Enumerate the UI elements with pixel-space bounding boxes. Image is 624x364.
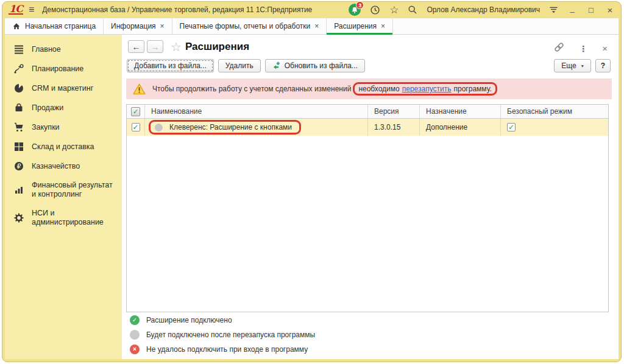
close-tab-icon[interactable]: × [314,23,319,30]
form-navigation: ← → ☆ Расширения [128,40,249,53]
status-failed-icon: × [130,345,140,354]
command-bar: Добавить из файла... Удалить Обновить из… [127,59,611,72]
warning-text: необходимо [358,85,399,93]
minimize-button[interactable]: _ [567,4,577,13]
get-link-icon[interactable] [554,42,564,55]
close-tab-icon[interactable]: × [381,23,385,30]
help-button[interactable]: ? [595,59,611,72]
title-bar: 1С ≡ Демонстрационная база / Управление … [2,2,621,18]
sidebar-item-sales[interactable]: Продажи [5,98,122,117]
sidebar-item-label: Склад и доставка [32,142,94,152]
tab-label: Информация [111,22,155,30]
sidebar-item-main[interactable]: Главное [5,40,122,59]
cart-icon [14,122,24,132]
search-icon[interactable] [408,5,417,15]
extensions-table: ✓ Наименование Версия Назначение Безопас… [126,104,609,312]
forward-arrow-icon: → [151,43,160,51]
more-button-label: Еще [561,61,576,70]
check-icon: ✓ [133,108,138,115]
extension-version: 1.3.0.15 [368,119,420,136]
window-title: Демонстрационная база / Управление торго… [42,5,312,14]
column-header-version[interactable]: Версия [368,105,420,118]
update-icon [272,61,281,70]
status-pending-icon [130,330,140,340]
sidebar-item-planning[interactable]: Планирование [5,59,122,79]
main-menu-icon[interactable]: ≡ [29,5,34,15]
pie-chart-icon [14,83,24,93]
column-header-name[interactable]: Наименование [145,105,368,118]
legend-item-failed: × Не удалось подключить при входе в прог… [130,345,315,354]
sidebar-item-label: Главное [32,45,61,54]
row-checkbox[interactable]: ✓ [132,123,140,131]
status-legend: ✓ Расширение подключено Будет подключено… [130,315,315,354]
service-menu-icon[interactable] [549,5,558,14]
sidebar-item-label: Казначейство [32,162,80,171]
tab-print-forms[interactable]: Печатные формы, отчеты и обработки × [172,18,327,34]
check-icon: ✓ [132,317,137,323]
tab-home[interactable]: Начальная страница [5,18,104,34]
check-icon: ✓ [508,124,514,131]
menu-lines-icon [14,44,24,54]
tab-extensions[interactable]: Расширения × [327,18,393,34]
close-window-button[interactable]: × [605,5,615,15]
add-to-favorites-star-icon[interactable]: ☆ [171,41,182,53]
close-tab-icon[interactable]: × [160,23,165,30]
tab-information[interactable]: Информация × [104,18,172,34]
app-window: 1С ≡ Демонстрационная база / Управление … [2,1,622,362]
column-header-purpose[interactable]: Назначение [420,105,501,118]
bag-icon [14,103,24,113]
annotation-box-row: Клеверенс: Расширение с кнопками [149,120,301,135]
sidebar-item-label: НСИ и администрирование [32,209,118,227]
check-icon: ✓ [132,124,138,131]
sidebar-item-treasury[interactable]: Казначейство [5,156,122,176]
restart-link[interactable]: перезапустить [402,85,452,93]
favorites-star-icon[interactable]: ☆ [389,4,399,16]
notification-badge: 3 [356,1,364,9]
tab-bar: Начальная страница Информация × Печатные… [5,18,619,35]
home-icon [12,23,21,30]
legend-label: Не удалось подключить при входе в програ… [146,345,308,354]
legend-item-connected: ✓ Расширение подключено [130,315,315,325]
safe-mode-checkbox[interactable]: ✓ [507,123,516,131]
sidebar-item-label: Продажи [32,103,63,113]
sidebar-item-crm[interactable]: CRM и маркетинг [5,79,122,98]
1c-logo-icon: 1С [9,5,23,15]
sidebar-item-label: Закупки [32,123,60,132]
ruble-circle-icon [14,161,24,171]
extension-name: Клеверенс: Расширение с кнопками [169,123,292,131]
table-row[interactable]: ✓ Клеверенс: Расширение с кнопками 1.3.0… [127,119,608,136]
sidebar-item-financial-result[interactable]: Финансовый результат и контроллинг [5,176,122,204]
back-arrow-icon: ← [132,43,141,51]
sidebar-item-label: Финансовый результат и контроллинг [32,181,118,199]
tab-label: Печатные формы, отчеты и обработки [180,22,311,30]
sidebar-item-warehouse[interactable]: Склад и доставка [5,137,122,156]
update-from-file-button[interactable]: Обновить из файла... [265,59,365,72]
notifications-bell-icon[interactable]: 3 [349,4,361,16]
sidebar-item-purchases[interactable]: Закупки [5,117,122,137]
tab-label: Расширения [334,22,377,30]
history-icon[interactable] [370,5,380,15]
more-button[interactable]: Еще ▾ [554,59,590,72]
planning-route-icon [14,64,24,74]
sidebar-item-administration[interactable]: НСИ и администрирование [5,204,122,232]
legend-label: Расширение подключено [146,316,232,324]
forward-button[interactable]: → [147,40,163,53]
annotation-box-warning: необходимо перезапустить программу. [353,82,497,96]
legend-label: Будет подключено после перезапуска прогр… [146,331,315,339]
select-all-checkbox[interactable]: ✓ [127,105,145,118]
gear-icon [14,213,24,223]
add-from-file-button[interactable]: Добавить из файла... [127,59,214,72]
delete-button[interactable]: Удалить [218,59,261,72]
kebab-menu-icon[interactable]: ⋮ [579,44,587,53]
extensions-form: ← → ☆ Расширения ⋮ [122,35,619,359]
close-form-icon[interactable]: × [602,44,608,53]
column-header-safe-mode[interactable]: Безопасный режим [501,105,608,118]
maximize-button[interactable]: □ [586,5,596,15]
sidebar-item-label: Планирование [32,65,83,74]
extension-purpose: Дополнение [420,119,501,136]
app-body: Начальная страница Информация × Печатные… [5,18,619,359]
user-menu[interactable]: Орлов Александр Владимирович [427,5,540,14]
warning-triangle-icon [133,83,146,95]
bar-chart-icon [14,185,24,195]
back-button[interactable]: ← [128,40,144,53]
